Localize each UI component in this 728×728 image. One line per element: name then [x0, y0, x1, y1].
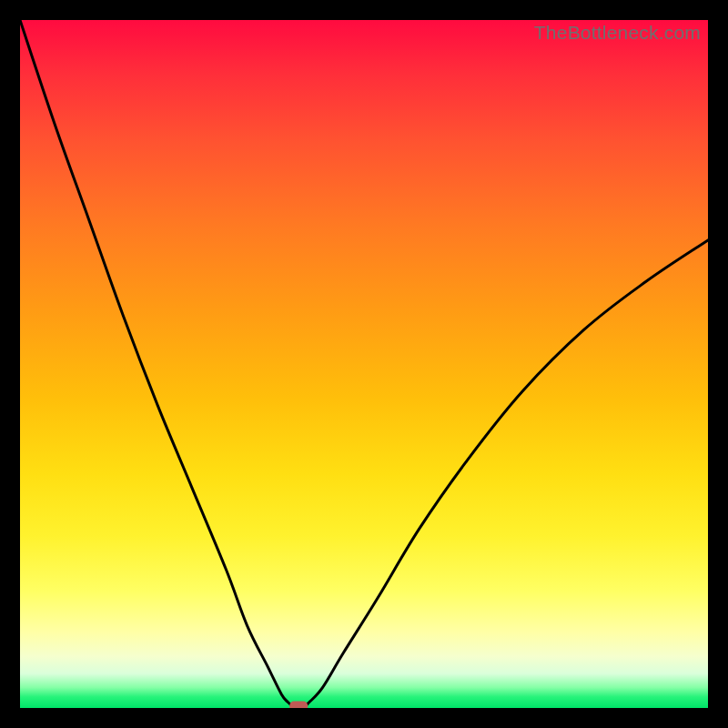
chart-frame: TheBottleneck.com	[0, 0, 728, 728]
curve-path	[20, 20, 708, 708]
bottleneck-curve	[20, 20, 708, 708]
watermark-text: TheBottleneck.com	[534, 22, 701, 44]
plot-area: TheBottleneck.com	[20, 20, 708, 708]
optimum-marker	[289, 702, 308, 709]
